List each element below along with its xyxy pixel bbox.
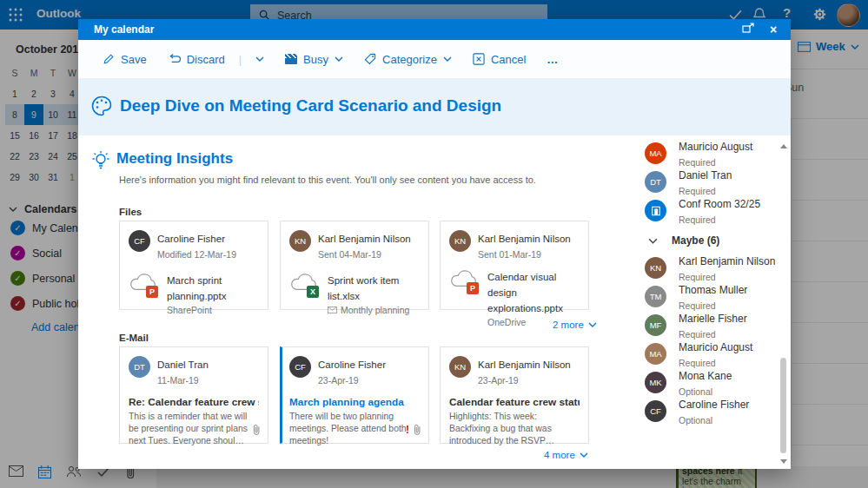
email-subject: Re: Calendar feature crew sprint ... [129,396,259,408]
attendee-name: Mauricio August [679,141,752,153]
pencil-icon [103,53,115,65]
sender-name: Daniel Tran [157,359,209,370]
file-meta: Sent 04-Mar-19 [318,249,381,260]
file-card[interactable]: KN Karl Benjamin NilsonSent 01-Mar-19 P … [440,221,589,310]
cloud-file-icon: X [289,272,321,296]
attendee-row[interactable]: DT Daniel TranRequired [641,168,779,196]
file-name: March sprint planning.pptx [167,275,226,301]
busy-status-icon [285,54,297,64]
attendee-name: Karl Benjamin Nilson [679,255,775,267]
popout-icon[interactable] [742,23,756,36]
avatar: CF [129,230,150,252]
attendee-name: Thomas Muller [679,284,747,296]
avatar: KN [449,230,471,252]
attendee-row-room[interactable]: Conf Room 32/25Required [641,196,779,225]
envelope-icon [328,307,337,313]
avatar: KN [449,356,471,378]
event-title-band: Deep Dive on Meeting Card Scenario and D… [78,78,791,135]
insights-subtitle: Here's information you might find releva… [119,175,536,185]
email-more-link[interactable]: 4 more [544,450,588,460]
dialog-scrollbar[interactable] [779,142,789,465]
busy-dropdown[interactable]: Busy [278,49,350,69]
attendee-role: Required [679,214,716,225]
toolbar-separator: | [239,53,242,66]
maybe-label: Maybe (6) [672,234,719,247]
email-card[interactable]: DT Daniel Tran11-Mar-19 Re: Calendar fea… [119,346,268,444]
avatar: CF [289,356,311,378]
email-card-unread[interactable]: CF Caroline Fisher23-Apr-19 March planni… [280,346,429,444]
file-source: Monthly planning [341,305,409,315]
more-options-button[interactable]: … [540,49,566,69]
dialog-toolbar: Save Discard | Busy Categorize Cancel [78,40,791,78]
attendee-row[interactable]: KN Karl Benjamin NilsonRequired [641,254,779,282]
email-preview: This is a reminder that we will be prese… [129,411,248,447]
avatar: MA [645,142,666,164]
sender-name: Caroline Fisher [318,359,386,370]
attendee-name: Caroline Fisher [679,399,749,411]
avatar: TM [645,286,666,307]
file-meta: Sent 01-Mar-19 [478,249,541,260]
cancel-button[interactable]: Cancel [466,49,533,69]
files-more-label: 2 more [553,320,584,330]
close-icon[interactable]: × [766,23,780,36]
tag-icon [364,53,376,65]
person-name: Karl Benjamin Nilson [318,234,411,244]
avatar: DT [129,356,150,378]
scrollbar-thumb[interactable] [780,358,786,453]
sender-name: Karl Benjamin Nilson [478,359,571,370]
avatar: MK [645,372,666,393]
ppt-file-badge: P [467,282,479,294]
attendee-name: Marielle Fisher [679,313,747,325]
scroll-up-icon[interactable] [780,144,787,148]
cancel-label: Cancel [491,53,526,66]
email-date: 23-Apr-19 [318,375,359,386]
attendee-name: Mona Kane [679,370,732,382]
avatar: KN [645,257,666,279]
email-preview: There will be two planning meetings. Ple… [289,411,409,447]
cancel-calendar-icon [473,53,485,65]
categorize-dropdown[interactable]: Categorize [357,49,459,69]
email-more-label: 4 more [544,450,575,460]
attendee-row[interactable]: MK Mona KaneOptional [641,368,779,397]
save-label: Save [121,53,147,66]
file-name: Sprint work item list.xlsx [328,275,399,301]
chevron-down-icon [335,56,343,62]
paperclip-icon [252,424,261,436]
files-section-label: Files [119,207,142,217]
scroll-down-icon[interactable] [780,459,787,464]
email-card[interactable]: KN Karl Benjamin Nilson23-Apr-19 Calenda… [440,346,589,444]
file-name: Calendar visual design explorations.pptx [487,272,563,313]
email-date: 11-Mar-19 [157,375,199,386]
attendee-row[interactable]: MA Mauricio AugustRequired [641,139,779,168]
discard-button[interactable]: Discard [161,49,232,69]
person-name: Caroline Fisher [157,234,225,244]
attendee-row[interactable]: TM Thomas MullerRequired [641,282,779,311]
chevron-down-icon [443,56,452,62]
insights-heading: Meeting Insights [116,150,233,168]
discard-label: Discard [187,53,225,66]
importance-icon: ! [406,424,409,436]
xls-file-badge: X [307,286,319,298]
attendee-row[interactable]: MF Marielle FisherRequired [641,311,779,340]
file-card[interactable]: KN Karl Benjamin NilsonSent 04-Mar-19 X … [280,221,429,310]
discard-dropdown[interactable] [248,53,271,65]
busy-label: Busy [303,53,328,66]
undo-icon [168,54,181,65]
attendee-row[interactable]: CF Caroline FisherOptional [641,397,779,425]
attendee-row[interactable]: MA Mauricio AugustRequired [641,340,779,368]
attendee-name: Daniel Tran [679,169,732,181]
chevron-down-icon [580,452,588,458]
file-card[interactable]: CF Caroline FisherModified 12-Mar-19 P M… [119,221,268,310]
save-button[interactable]: Save [96,49,154,69]
paperclip-icon [413,424,421,436]
ppt-file-badge: P [146,286,158,298]
avatar: MA [645,343,666,365]
cloud-file-icon: P [129,272,160,296]
maybe-section-header[interactable]: Maybe (6) [641,228,779,254]
email-date: 23-Apr-19 [478,375,519,386]
event-dialog: My calendar × Save Discard | Busy Cat [78,19,791,469]
files-more-link[interactable]: 2 more [553,320,597,330]
email-subject: March planning agenda [289,396,420,408]
event-title[interactable]: Deep Dive on Meeting Card Scenario and D… [120,96,501,115]
avatar: MF [645,314,666,336]
